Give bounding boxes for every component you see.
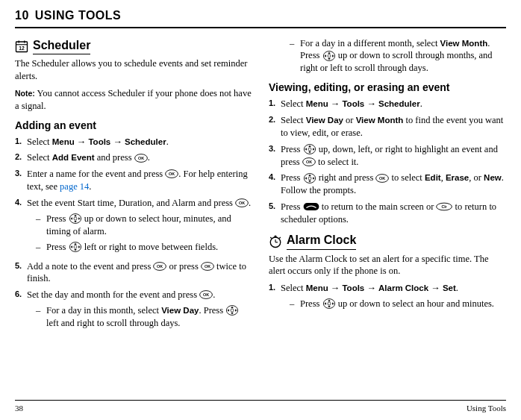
list-item: 1. Select Menu → Tools → Scheduler. (269, 98, 506, 110)
step-body: Press right and press to select Edit, Er… (281, 172, 506, 197)
list-item: 3. Enter a name for the event and press … (15, 168, 252, 193)
ok-key-icon (153, 262, 166, 271)
step-body: Select View Day or View Month to find th… (281, 114, 506, 140)
step-number: 3. (269, 143, 281, 169)
continued-sub-list: – For a day in a different month, select… (269, 37, 506, 75)
calendar-icon (15, 40, 28, 53)
list-item: – Press left or right to move between fi… (36, 241, 252, 254)
ok-key-icon (375, 174, 389, 183)
ok-key-icon (302, 157, 316, 166)
step-body: Set the day and month for the event and … (27, 289, 252, 333)
page-footer: 38 Using Tools (15, 400, 506, 414)
step-body: Press to return to the main screen or to… (281, 201, 506, 226)
scheduler-note: Note: You cannot access Scheduler if you… (15, 87, 252, 113)
end-key-icon (303, 202, 319, 211)
step-body: Select Menu → Tools → Alarm Clock → Set.… (281, 282, 506, 313)
nav-key-icon (69, 213, 82, 224)
scheduler-intro: The Scheduler allows you to schedule eve… (15, 57, 252, 83)
footer-section: Using Tools (467, 403, 506, 414)
list-item: – For a day in a different month, select… (290, 37, 506, 75)
scheduler-heading: Scheduler (33, 37, 90, 55)
nav-key-icon (69, 242, 82, 252)
sub-list: – Press up or down to select hour, minut… (27, 213, 252, 254)
nav-key-icon (322, 298, 336, 309)
ok-key-icon (201, 262, 214, 271)
ok-key-icon (134, 154, 148, 163)
page-number: 38 (15, 403, 23, 414)
nav-key-icon (322, 51, 336, 61)
step-number: 5. (269, 201, 281, 226)
step-number: 4. (269, 172, 281, 197)
list-item: 2. Select View Day or View Month to find… (269, 114, 506, 140)
list-item: – Press up or down to select an hour and… (290, 298, 506, 310)
ok-key-icon (199, 290, 213, 299)
list-item: 1. Select Menu → Tools → Scheduler. (15, 136, 252, 148)
viewing-heading: Viewing, editing, or erasing an event (269, 81, 506, 95)
step-number: 2. (15, 151, 27, 164)
list-item: 4. Press right and press to select Edit,… (269, 172, 506, 197)
viewing-steps: 1. Select Menu → Tools → Scheduler. 2. S… (269, 98, 506, 226)
list-item: 3. Press up, down, left, or right to hig… (269, 143, 506, 169)
chapter-title: USING TOOLS (35, 9, 121, 22)
step-number: 2. (269, 114, 281, 140)
left-column: Scheduler The Scheduler allows you to sc… (15, 36, 252, 336)
alarm-clock-heading: Alarm Clock (287, 232, 356, 250)
list-item: – Press up or down to select hour, minut… (36, 213, 252, 238)
step-body: Select Menu → Tools → Scheduler. (27, 136, 252, 148)
step-number: 4. (15, 197, 27, 257)
alarm-clock-icon (269, 235, 282, 248)
step-number: 6. (15, 289, 27, 333)
sub-list: – Press up or down to select an hour and… (281, 298, 506, 310)
note-label: Note: (15, 89, 35, 98)
step-body: Press up, down, left, or right to highli… (281, 143, 506, 169)
ok-key-icon (235, 198, 249, 207)
step-number: 1. (269, 282, 281, 313)
step-body: Select Menu → Tools → Scheduler. (281, 98, 506, 110)
list-item: 1. Select Menu → Tools → Alarm Clock → S… (269, 282, 506, 313)
step-body: Set the event Start time, Duration, and … (27, 197, 252, 257)
nav-key-icon (303, 144, 316, 154)
note-body: You cannot access Scheduler if your phon… (15, 88, 252, 111)
chapter-number: 10 (15, 9, 29, 22)
step-number: 1. (269, 98, 281, 110)
alarm-clock-heading-row: Alarm Clock (269, 232, 506, 251)
page-link[interactable]: page 14 (60, 181, 89, 192)
alarm-clock-steps: 1. Select Menu → Tools → Alarm Clock → S… (269, 282, 506, 313)
step-number: 3. (15, 168, 27, 193)
chapter-header: 10USING TOOLS (15, 7, 506, 28)
scheduler-heading-row: Scheduler (15, 37, 252, 57)
step-number: 1. (15, 136, 27, 148)
list-item: 5. Press to return to the main screen or… (269, 201, 506, 226)
ok-key-icon (165, 169, 178, 178)
list-item: 4. Set the event Start time, Duration, a… (15, 197, 252, 257)
nav-key-icon (303, 173, 316, 184)
alarm-clock-intro: Use the Alarm Clock to set an alert for … (269, 253, 506, 278)
step-body: Enter a name for the event and press . F… (27, 168, 252, 193)
clr-key-icon (436, 202, 452, 211)
right-column: – For a day in a different month, select… (269, 36, 506, 336)
list-item: 6. Set the day and month for the event a… (15, 289, 252, 333)
nav-key-icon (225, 305, 239, 316)
list-item: 2. Select Add Event and press . (15, 151, 252, 164)
sub-list: – For a day in this month, select View D… (27, 304, 252, 330)
list-item: – For a day in this month, select View D… (36, 304, 252, 330)
adding-event-heading: Adding an event (15, 119, 252, 133)
adding-event-steps: 1. Select Menu → Tools → Scheduler. 2. S… (15, 136, 252, 333)
step-body: Select Add Event and press . (27, 151, 252, 164)
step-body: Add a note to the event and press or pre… (27, 260, 252, 286)
list-item: 5. Add a note to the event and press or … (15, 260, 252, 286)
step-number: 5. (15, 260, 27, 286)
